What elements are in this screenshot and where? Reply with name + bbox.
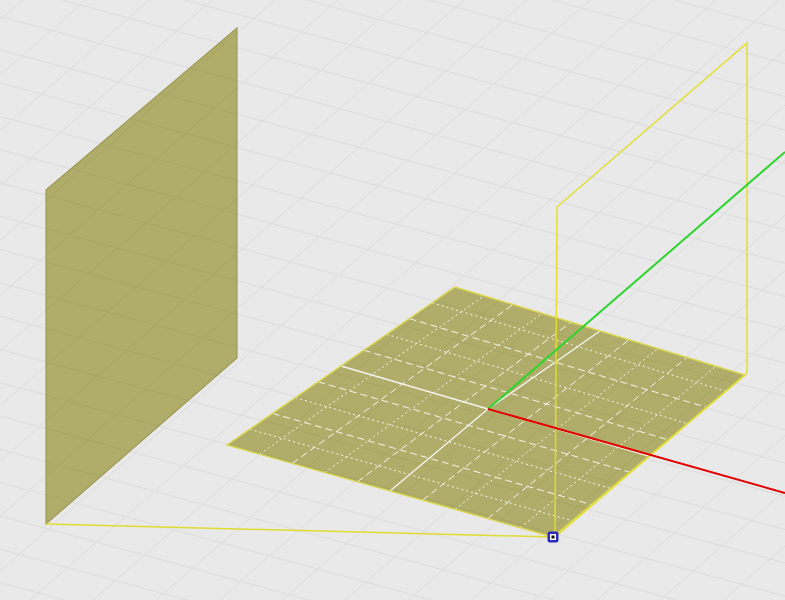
point-marker-core [552, 536, 555, 539]
viewport-3d[interactable] [0, 0, 785, 600]
viewport-scene[interactable] [0, 0, 785, 600]
